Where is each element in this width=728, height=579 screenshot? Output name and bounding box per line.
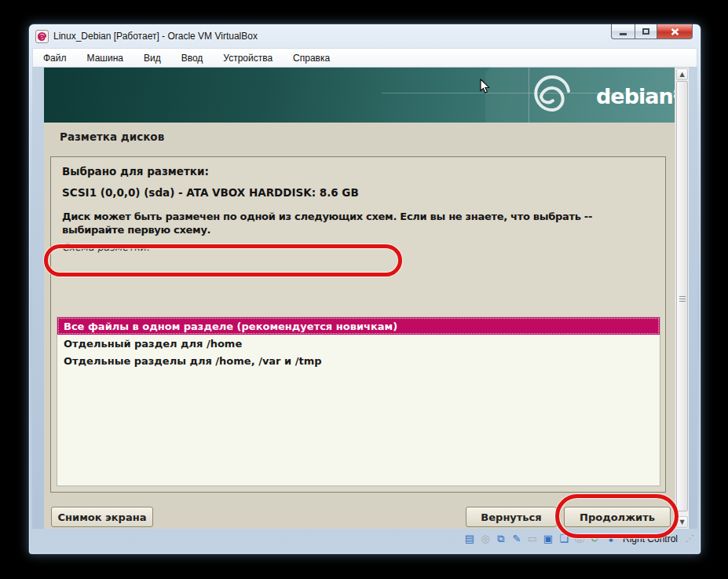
- debian-wordmark: debian8: [596, 81, 675, 110]
- disk-info: SCSI1 (0,0,0) (sda) - ATA VBOX HARDDISK:…: [62, 186, 656, 199]
- scroll-up-button[interactable]: ▲: [676, 68, 688, 80]
- menu-help[interactable]: Справка: [283, 49, 340, 67]
- option-separate-home[interactable]: Отдельный раздел для /home: [57, 335, 660, 352]
- status-icons: ▤ ◎ ⧉ ✎ ▭ ▣ ❏ Ⓤ ⟳ ⬇: [463, 533, 617, 545]
- keyboard-icon[interactable]: ⬇: [605, 533, 617, 545]
- scrollbar-grip-icon: [679, 296, 686, 302]
- debian-brand-text: debian: [596, 84, 673, 108]
- display-icon[interactable]: ▣: [542, 533, 554, 545]
- scheme-label: Схема разметки:: [62, 241, 656, 253]
- scroll-down-button[interactable]: ▼: [676, 516, 688, 528]
- minimize-icon: [620, 32, 627, 35]
- options-listbox: Все файлы в одном разделе (рекомендуется…: [57, 317, 660, 486]
- virtualbox-logo-icon: [35, 30, 49, 43]
- guest-screen: debian8 Разметка дисков Выбрано для разм…: [44, 68, 675, 529]
- vertical-scrollbar[interactable]: ▲ ▼: [675, 68, 689, 529]
- mouse-integration-icon[interactable]: ⟳: [589, 533, 602, 545]
- debian-swirl-icon: [529, 71, 575, 119]
- scrollbar-thumb[interactable]: [676, 81, 688, 511]
- title-bar: Linux_Debian [Работает] - Oracle VM Virt…: [29, 24, 701, 48]
- menu-input[interactable]: Ввод: [171, 49, 214, 67]
- window-controls: [611, 24, 693, 39]
- status-bar: ▤ ◎ ⧉ ✎ ▭ ▣ ❏ Ⓤ ⟳ ⬇ Right Control ⋰: [32, 529, 697, 549]
- continue-button[interactable]: Продолжить: [564, 507, 671, 527]
- host-key-label: Right Control: [623, 533, 678, 544]
- minimize-button[interactable]: [611, 24, 635, 39]
- vm-viewport: debian8 Разметка дисков Выбрано для разм…: [32, 68, 697, 529]
- description-text: Диск может быть размечен по одной из сле…: [62, 210, 657, 236]
- option-all-files-one-partition[interactable]: Все файлы в одном разделе (рекомендуется…: [57, 317, 660, 335]
- restore-icon: [642, 28, 649, 35]
- debian-banner: debian8: [44, 68, 675, 123]
- close-button[interactable]: [657, 24, 693, 39]
- usb-icon[interactable]: Ⓤ: [573, 533, 586, 545]
- window-title: Linux_Debian [Работает] - Oracle VM Virt…: [53, 31, 258, 42]
- optical-disk-icon[interactable]: ◎: [479, 533, 492, 545]
- page-title: Разметка дисков: [60, 130, 164, 143]
- resize-grip-icon[interactable]: ⋰: [686, 535, 694, 543]
- close-icon: [671, 28, 679, 35]
- folder-icon[interactable]: ▭: [526, 533, 539, 545]
- menu-devices[interactable]: Устройства: [213, 49, 283, 67]
- network-icon[interactable]: ⧉: [495, 533, 507, 545]
- menu-machine[interactable]: Машина: [77, 49, 134, 67]
- back-button[interactable]: Вернуться: [466, 507, 557, 527]
- menu-bar: Файл Машина Вид Ввод Устройства Справка: [32, 48, 697, 68]
- selected-for-label: Выбрано для разметки:: [62, 165, 656, 178]
- mouse-cursor: [480, 79, 490, 93]
- menu-file[interactable]: Файл: [33, 49, 77, 67]
- virtualbox-window: Linux_Debian [Работает] - Oracle VM Virt…: [28, 24, 701, 555]
- option-separate-home-var-tmp[interactable]: Отдельные разделы для /home, /var и /tmp: [57, 352, 660, 369]
- restore-button[interactable]: [635, 24, 657, 39]
- hard-disk-icon[interactable]: ▤: [463, 533, 476, 545]
- pen-icon[interactable]: ✎: [510, 533, 523, 545]
- menu-view[interactable]: Вид: [134, 49, 171, 67]
- partitioning-panel: Выбрано для разметки: SCSI1 (0,0,0) (sda…: [50, 156, 666, 493]
- screenshot-button[interactable]: Снимок экрана: [51, 507, 153, 527]
- video-capture-icon[interactable]: ❏: [558, 533, 570, 545]
